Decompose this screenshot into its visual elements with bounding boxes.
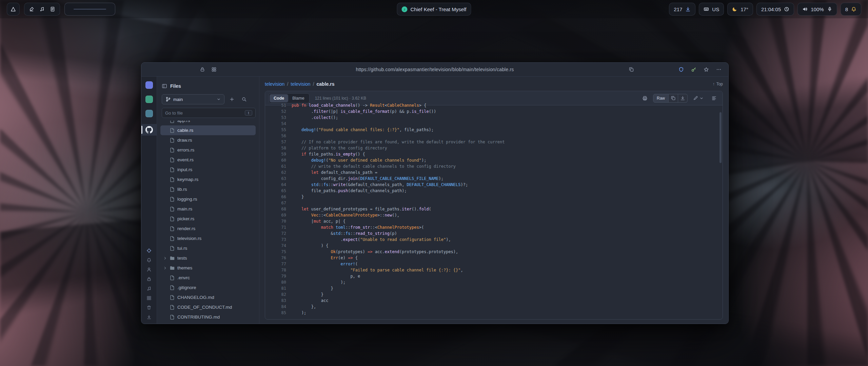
line-number[interactable]: 52 (265, 108, 292, 115)
tree-item-cable.rs[interactable]: cable.rs (160, 125, 256, 135)
tree-item-draw.rs[interactable]: draw.rs (160, 135, 256, 145)
grid-icon[interactable] (146, 296, 152, 301)
line-number[interactable]: 68 (265, 206, 292, 212)
clock-pill[interactable]: 21:04:05 (756, 3, 794, 16)
code-scrollbar-thumb[interactable] (719, 112, 722, 163)
more-icon[interactable] (716, 67, 722, 72)
line-number[interactable]: 58 (265, 145, 292, 151)
tree-item-themes[interactable]: themes (160, 263, 256, 273)
line-number[interactable]: 73 (265, 237, 292, 243)
line-number[interactable]: 86 (265, 316, 292, 316)
copy-icon[interactable] (629, 67, 634, 72)
tab-blame[interactable]: Blame (288, 94, 308, 102)
line-number[interactable]: 85 (265, 310, 292, 316)
symbols-panel-button[interactable] (709, 94, 719, 103)
active-tab-github[interactable] (141, 124, 157, 136)
tree-item-television.rs[interactable]: television.rs (160, 233, 256, 243)
bell-icon[interactable] (146, 258, 152, 263)
line-number[interactable]: 64 (265, 182, 292, 188)
star-icon[interactable] (704, 67, 709, 72)
tree-item-logging.rs[interactable]: logging.rs (160, 194, 256, 204)
line-number[interactable]: 60 (265, 157, 292, 163)
line-number[interactable]: 75 (265, 249, 292, 255)
line-number[interactable]: 84 (265, 304, 292, 310)
line-number[interactable]: 71 (265, 224, 292, 230)
tree-item-Cargo.lock[interactable]: Cargo.lock (160, 322, 256, 324)
key-icon[interactable] (691, 67, 696, 72)
tree-item-CHANGELOG.md[interactable]: CHANGELOG.md (160, 292, 256, 302)
tree-item-tui.rs[interactable]: tui.rs (160, 243, 256, 253)
pinned-tab-blue[interactable] (145, 81, 153, 89)
line-number[interactable]: 62 (265, 169, 292, 176)
tab-code[interactable]: Code (270, 94, 288, 102)
line-number[interactable]: 63 (265, 176, 292, 182)
line-number[interactable]: 81 (265, 285, 292, 291)
printer-icon[interactable] (640, 94, 650, 103)
tree-item-keymap.rs[interactable]: keymap.rs (160, 175, 256, 184)
line-number[interactable]: 67 (265, 200, 292, 206)
person-icon[interactable] (146, 267, 152, 272)
add-file-button[interactable] (227, 95, 237, 104)
tree-item-picker.rs[interactable]: picker.rs (160, 214, 256, 224)
tree-item-input.rs[interactable]: input.rs (160, 165, 256, 175)
line-number[interactable]: 61 (265, 163, 292, 169)
line-number[interactable]: 79 (265, 273, 292, 279)
document-icon[interactable] (50, 6, 55, 12)
notifications-pill[interactable]: 8 (841, 3, 861, 16)
download-raw-button[interactable] (678, 94, 688, 103)
brush-icon[interactable] (29, 6, 34, 12)
line-number[interactable]: 74 (265, 243, 292, 249)
tree-item-CODE_OF_CONDUCT.md[interactable]: CODE_OF_CONDUCT.md (160, 302, 256, 312)
music-note-icon[interactable] (39, 6, 45, 12)
audio-pill[interactable]: 100% (797, 3, 837, 16)
line-number[interactable]: 78 (265, 267, 292, 273)
music-note-icon[interactable] (146, 286, 152, 291)
line-number[interactable]: 55 (265, 127, 292, 133)
raw-button[interactable]: Raw (653, 94, 669, 103)
network-pill[interactable]: 217 (669, 3, 695, 16)
line-number[interactable]: 51 (265, 102, 292, 108)
tree-item-main.rs[interactable]: main.rs (160, 204, 256, 214)
shield-icon[interactable] (678, 67, 684, 72)
pinned-tab-green[interactable] (145, 96, 153, 103)
download-icon[interactable] (146, 314, 152, 320)
tree-item-.envrc[interactable]: .envrc (160, 273, 256, 283)
tree-item-render.rs[interactable]: render.rs (160, 224, 256, 233)
line-number[interactable]: 53 (265, 115, 292, 121)
now-playing-pill[interactable]: ♪ Chief Keef - Treat Myself (397, 3, 471, 16)
keyboard-layout-pill[interactable]: US (699, 3, 724, 16)
lock-icon[interactable] (200, 67, 205, 72)
breadcrumb-dir[interactable]: television (291, 81, 310, 87)
line-number[interactable]: 57 (265, 139, 292, 145)
edit-file-button[interactable] (691, 94, 706, 103)
grid-icon[interactable] (211, 67, 217, 72)
weather-pill[interactable]: 17° (727, 3, 753, 16)
line-number[interactable]: 65 (265, 188, 292, 194)
line-number[interactable]: 70 (265, 218, 292, 224)
tree-item-app.rs[interactable]: app.rs (160, 121, 256, 125)
tree-item-errors.rs[interactable]: errors.rs (160, 145, 256, 155)
branch-selector[interactable]: main (162, 94, 224, 104)
line-number[interactable]: 72 (265, 230, 292, 237)
tree-item-event.rs[interactable]: event.rs (160, 155, 256, 165)
line-number[interactable]: 83 (265, 298, 292, 304)
url-bar[interactable]: https://github.com/alexpasmantier/televi… (356, 67, 514, 72)
line-number[interactable]: 69 (265, 212, 292, 218)
copy-raw-button[interactable] (669, 94, 678, 103)
target-icon[interactable] (146, 248, 152, 253)
line-number[interactable]: 80 (265, 279, 292, 285)
line-number[interactable]: 76 (265, 255, 292, 261)
lock-icon[interactable] (146, 277, 152, 282)
line-number[interactable]: 66 (265, 194, 292, 200)
line-number[interactable]: 54 (265, 121, 292, 127)
go-to-file-input[interactable]: Go to file t (162, 108, 256, 118)
tree-item-CONTRIBUTING.md[interactable]: CONTRIBUTING.md (160, 312, 256, 322)
sidebar-panel-icon[interactable] (162, 83, 167, 89)
trash-icon[interactable] (146, 305, 152, 310)
line-number[interactable]: 56 (265, 133, 292, 139)
app-launcher-button[interactable] (7, 3, 20, 16)
tree-item-lib.rs[interactable]: lib.rs (160, 184, 256, 194)
line-number[interactable]: 59 (265, 151, 292, 157)
search-tree-button[interactable] (239, 95, 249, 104)
tree-item-.gitignore[interactable]: .gitignore (160, 283, 256, 292)
